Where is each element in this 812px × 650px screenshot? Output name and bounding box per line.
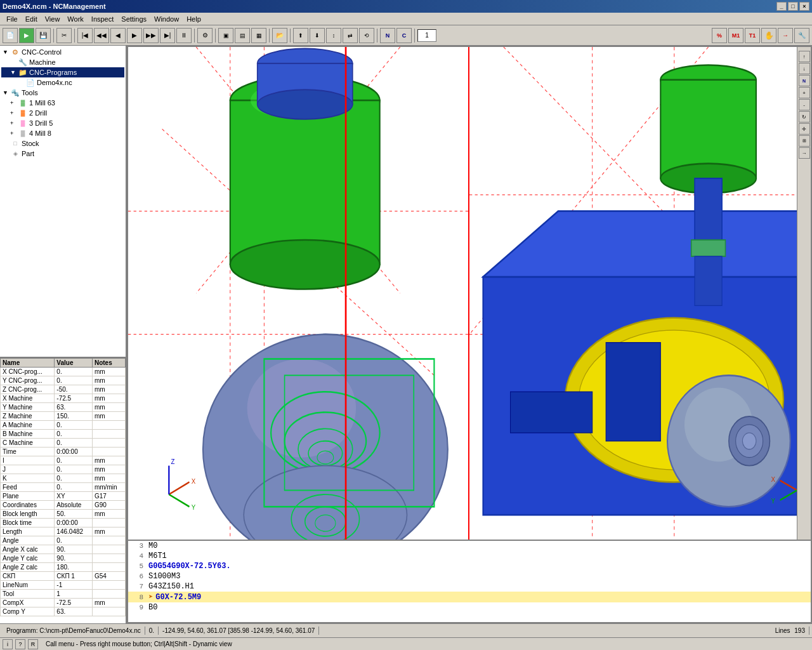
zoom-input[interactable]: 1 — [417, 29, 436, 42]
tree-item-drill5[interactable]: + ▓ 3 Drill 5 — [1, 118, 124, 128]
tree-item-mill8[interactable]: + ▓ 4 Mill 8 — [1, 128, 124, 138]
tree-item-drill[interactable]: + ▓ 2 Drill — [1, 108, 124, 118]
code-line[interactable]: 5G0G54G90X-72.5Y63. — [128, 561, 811, 571]
expand-icon[interactable]: + — [10, 100, 18, 106]
pct-button[interactable]: % — [712, 28, 727, 43]
expand-icon[interactable]: ▼ — [3, 49, 10, 55]
expand-icon[interactable] — [18, 79, 25, 86]
svg-point-15 — [258, 90, 353, 119]
line-text: M0 — [148, 541, 808, 550]
menu-help[interactable]: Help — [183, 14, 205, 24]
trans-btn4[interactable]: ⇄ — [343, 28, 358, 43]
tree-item-cnc-control[interactable]: ▼ ⚙ CNC-Control — [1, 47, 124, 57]
tree-item-stock[interactable]: □ Stock — [1, 138, 124, 149]
code-line[interactable]: 4M6T1 — [128, 551, 811, 561]
open2-button[interactable]: 📂 — [272, 28, 287, 43]
menu-edit[interactable]: Edit — [22, 14, 41, 24]
viewport-3d[interactable]: X Y Z — [127, 46, 812, 541]
settings-button[interactable]: ⚙ — [197, 28, 213, 43]
rt-zoom-out[interactable]: - — [799, 99, 810, 110]
drill-icon: ▓ — [18, 109, 28, 117]
trans-btn5[interactable]: ⟲ — [359, 28, 374, 43]
code-line[interactable]: 3M0 — [128, 541, 811, 551]
play-button[interactable]: ▶ — [127, 28, 142, 43]
rt-zoom-in[interactable]: + — [799, 87, 810, 98]
reset-icon[interactable]: R — [28, 639, 38, 649]
prop-name-cell: X CNC-prog... — [1, 368, 55, 376]
expand-icon[interactable]: + — [10, 130, 18, 136]
rt-pan[interactable]: ✛ — [799, 123, 810, 135]
expand-icon[interactable] — [3, 140, 10, 147]
tree-item-cnc-programs[interactable]: ▼ 📁 CNC-Programs — [1, 67, 124, 77]
viewport-left[interactable]: X Y Z — [128, 47, 469, 540]
viewport-right[interactable]: X Y — [469, 47, 811, 540]
maximize-button[interactable]: □ — [788, 2, 798, 11]
prop-value-cell: 180. — [55, 563, 93, 572]
prop-value-cell: 90. — [55, 545, 93, 554]
rt-btn-3[interactable]: N — [799, 75, 810, 86]
info-icon[interactable]: i — [3, 639, 13, 649]
expand-icon[interactable] — [10, 59, 18, 65]
code-line[interactable]: 9B0 — [128, 602, 811, 613]
scene-right-svg: X Y — [469, 47, 811, 540]
prop-value-cell: 1 — [55, 590, 93, 599]
menu-settings[interactable]: Settings — [117, 14, 150, 24]
step-back2-button[interactable]: ◀◀ — [94, 28, 109, 43]
rt-rotate[interactable]: ↻ — [799, 111, 810, 123]
nc-btn1[interactable]: N — [380, 28, 395, 43]
rt-btn-1[interactable]: ↑ — [799, 51, 810, 62]
view-btn1[interactable]: ▣ — [218, 28, 233, 43]
code-line[interactable]: 8➤G0X-72.5M9 — [128, 592, 811, 602]
tree-view[interactable]: ▼ ⚙ CNC-Control 🔧 Machine ▼ 📁 CNC-Progra… — [0, 46, 126, 357]
tree-item-machine[interactable]: 🔧 Machine — [1, 57, 124, 67]
expand-icon[interactable]: + — [10, 110, 18, 116]
open-button[interactable]: ▶ — [19, 28, 34, 43]
view-btn3[interactable]: ▦ — [251, 28, 266, 43]
view-btn2[interactable]: ▤ — [235, 28, 250, 43]
step-fwd-button[interactable]: ▶▶ — [143, 28, 159, 43]
step-back-button[interactable]: ◀ — [110, 28, 126, 43]
hand-button[interactable]: ✋ — [761, 28, 776, 43]
menu-view[interactable]: View — [41, 14, 64, 24]
prop-notes-cell: mm — [92, 368, 125, 376]
menu-file[interactable]: File — [3, 14, 22, 24]
menu-work[interactable]: Work — [63, 14, 87, 24]
pause-button[interactable]: ⏸ — [176, 28, 192, 43]
svg-rect-53 — [691, 240, 726, 256]
wrench-button[interactable]: 🔧 — [794, 28, 809, 43]
tree-item-part[interactable]: ◈ Part — [1, 149, 124, 159]
m1-button[interactable]: M1 — [728, 28, 743, 43]
trans-btn1[interactable]: ⬆ — [293, 28, 308, 43]
cut-button[interactable]: ✂ — [56, 28, 72, 43]
lines-section: Lines 193 — [771, 627, 809, 635]
expand-icon[interactable] — [3, 150, 10, 157]
tree-item-mill63[interactable]: + ▓ 1 Mill 63 — [1, 98, 124, 108]
tree-item-tools[interactable]: ▼ 🔩 Tools — [1, 88, 124, 98]
menu-inspect[interactable]: Inspect — [88, 14, 117, 24]
rt-arrow-right[interactable]: → — [799, 147, 810, 159]
trans-btn2[interactable]: ⬇ — [310, 28, 325, 43]
code-panel[interactable]: 3M04M6T15G0G54G90X-72.5Y63.6S1000M37G43Z… — [127, 541, 812, 623]
expand-tools[interactable]: ▼ — [3, 90, 10, 96]
minimize-button[interactable]: _ — [776, 2, 787, 11]
rewind-button[interactable]: |◀ — [77, 28, 93, 43]
fast-fwd-button[interactable]: ▶| — [160, 28, 175, 43]
rt-fit[interactable]: ⊞ — [799, 135, 810, 147]
code-line[interactable]: 6S1000M3 — [128, 571, 811, 581]
help-icon[interactable]: ? — [15, 639, 25, 649]
nc-btn2[interactable]: C — [396, 28, 412, 43]
trans-btn3[interactable]: ↕ — [326, 28, 341, 43]
expand-icon[interactable]: + — [10, 120, 18, 126]
close-button[interactable]: × — [799, 2, 809, 11]
prop-value-cell: 150. — [55, 412, 93, 421]
rt-btn-2[interactable]: ↓ — [799, 63, 810, 74]
arrow-right-button[interactable]: → — [778, 28, 793, 43]
table-row: I0.mm — [1, 456, 126, 465]
save-button[interactable]: 💾 — [36, 28, 51, 43]
new-button[interactable]: 📄 — [3, 28, 18, 43]
code-line[interactable]: 7G43Z150.H1 — [128, 581, 811, 592]
t1-button[interactable]: T1 — [745, 28, 760, 43]
expand-icon[interactable]: ▼ — [10, 69, 18, 76]
menu-window[interactable]: Window — [150, 14, 183, 24]
tree-item-demo4x[interactable]: 📄 Demo4x.nc — [1, 77, 124, 88]
